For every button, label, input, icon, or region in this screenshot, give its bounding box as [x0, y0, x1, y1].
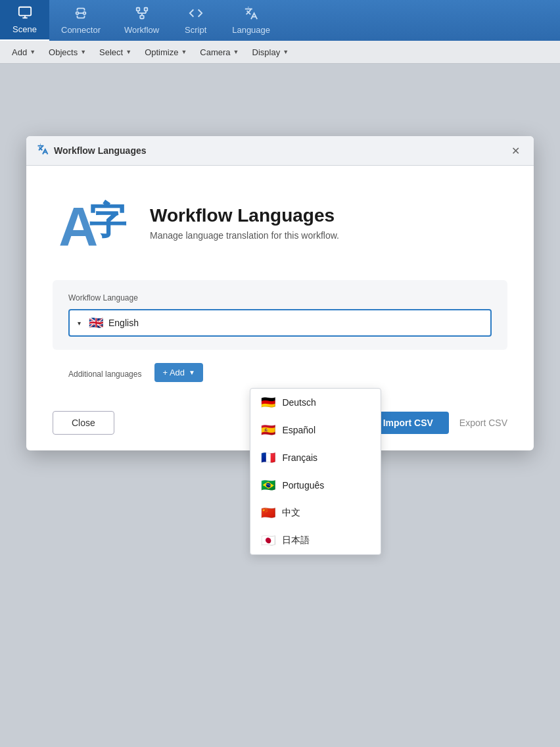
- toolbar-camera[interactable]: Camera ▼: [195, 45, 244, 60]
- toolbar-optimize[interactable]: Optimize ▼: [139, 45, 192, 60]
- svg-rect-6: [136, 8, 139, 11]
- hero-text: Workflow Languages Manage language trans…: [150, 205, 339, 241]
- workflow-icon: [135, 6, 149, 22]
- language-selector[interactable]: ▾ 🇬🇧 English: [68, 309, 492, 337]
- svg-point-3: [76, 12, 79, 14]
- add-language-button[interactable]: + Add ▼: [154, 363, 203, 382]
- hero-section: A 字 Workflow Languages Manage language t…: [53, 185, 507, 260]
- nav-language-label: Language: [232, 25, 270, 35]
- dropdown-item-deutsch[interactable]: 🇩🇪 Deutsch: [250, 389, 381, 416]
- dropdown-item-francais[interactable]: 🇫🇷 Français: [250, 444, 381, 471]
- chinese-label: 中文: [282, 507, 300, 519]
- lang-arrow-icon: ▾: [78, 320, 81, 327]
- toolbar-display-arrow: ▼: [283, 49, 289, 55]
- dropdown-item-chinese[interactable]: 🇨🇳 中文: [250, 499, 381, 527]
- additional-languages-label: Additional languages: [68, 363, 141, 379]
- nav-connector-label: Connector: [61, 25, 101, 35]
- toolbar-camera-label: Camera: [200, 47, 230, 57]
- dialog-header: Workflow Languages ✕: [26, 136, 534, 166]
- hero-icon: A 字: [53, 185, 131, 260]
- dialog-body: A 字 Workflow Languages Manage language t…: [26, 166, 534, 398]
- dialog-close-button[interactable]: ✕: [507, 143, 523, 158]
- toolbar-add-arrow: ▼: [30, 49, 35, 55]
- francais-flag: 🇫🇷: [261, 450, 275, 465]
- dialog-header-left: Workflow Languages: [37, 143, 147, 158]
- nav-language[interactable]: Language: [220, 0, 282, 41]
- workflow-language-label: Workflow Language: [68, 293, 492, 302]
- svg-text:字: 字: [89, 199, 127, 241]
- toolbar-optimize-arrow: ▼: [181, 49, 187, 55]
- footer-right: Import CSV Export CSV: [367, 412, 507, 434]
- add-button-container: + Add ▼ 🇩🇪 Deutsch 🇪🇸 Español: [154, 363, 203, 382]
- workflow-languages-dialog: Workflow Languages ✕ A 字 Workflow Langua…: [26, 136, 534, 450]
- toolbar-objects[interactable]: Objects ▼: [43, 45, 91, 60]
- toolbar-optimize-label: Optimize: [145, 47, 178, 57]
- toolbar-display[interactable]: Display ▼: [247, 45, 294, 60]
- dialog-header-icon: [37, 143, 49, 158]
- add-button-arrow: ▼: [189, 369, 195, 376]
- dropdown-item-portugues[interactable]: 🇧🇷 Português: [250, 471, 381, 499]
- nav-workflow[interactable]: Workflow: [112, 0, 171, 41]
- dialog-title: Workflow Languages: [54, 145, 147, 156]
- toolbar-add-label: Add: [12, 47, 27, 57]
- svg-rect-8: [140, 16, 144, 19]
- hero-title: Workflow Languages: [150, 205, 339, 226]
- espanol-label: Español: [282, 425, 315, 435]
- deutsch-flag: 🇩🇪: [261, 395, 275, 410]
- dropdown-item-japanese[interactable]: 🇯🇵 日本語: [250, 527, 381, 554]
- toolbar-camera-arrow: ▼: [233, 49, 239, 55]
- language-icon: [244, 6, 258, 22]
- selected-language-name: English: [108, 318, 139, 328]
- svg-point-4: [83, 12, 86, 14]
- hero-subtitle: Manage language translation for this wor…: [150, 230, 339, 241]
- additional-languages-row: Additional languages + Add ▼ 🇩🇪 Deutsch: [53, 363, 507, 382]
- nav-script[interactable]: Script: [171, 0, 220, 41]
- toolbar-select-arrow: ▼: [126, 49, 131, 55]
- nav-workflow-label: Workflow: [124, 25, 159, 35]
- script-icon: [189, 6, 203, 22]
- toolbar-display-label: Display: [252, 47, 281, 57]
- japanese-flag: 🇯🇵: [261, 533, 275, 548]
- add-button-label: + Add: [162, 368, 185, 377]
- nav-scene[interactable]: Scene: [0, 0, 49, 41]
- deutsch-label: Deutsch: [282, 397, 315, 408]
- nav-scene-label: Scene: [12, 24, 37, 34]
- chinese-flag: 🇨🇳: [261, 506, 275, 520]
- close-button[interactable]: Close: [53, 411, 114, 435]
- portugues-flag: 🇧🇷: [261, 478, 275, 493]
- workspace: Workflow Languages ✕ A 字 Workflow Langua…: [0, 64, 560, 747]
- toolbar-objects-label: Objects: [49, 47, 78, 57]
- english-flag: 🇬🇧: [89, 316, 103, 330]
- toolbar: Add ▼ Objects ▼ Select ▼ Optimize ▼ Came…: [0, 41, 560, 64]
- workflow-language-section: Workflow Language ▾ 🇬🇧 English: [53, 280, 507, 350]
- export-csv-button[interactable]: Export CSV: [459, 418, 507, 428]
- toolbar-select[interactable]: Select ▼: [94, 45, 137, 60]
- connector-icon: [74, 6, 88, 22]
- portugues-label: Português: [282, 480, 324, 491]
- scene-icon: [18, 5, 32, 22]
- nav-script-label: Script: [185, 25, 206, 35]
- language-dropdown: 🇩🇪 Deutsch 🇪🇸 Español 🇫🇷 Français: [250, 388, 381, 555]
- nav-connector[interactable]: Connector: [49, 0, 112, 41]
- top-navigation: Scene Connector Workflow Script: [0, 0, 560, 41]
- svg-rect-7: [144, 8, 147, 11]
- japanese-label: 日本語: [282, 535, 310, 546]
- dropdown-item-espanol[interactable]: 🇪🇸 Español: [250, 416, 381, 444]
- francais-label: Français: [282, 452, 317, 463]
- svg-rect-0: [18, 7, 30, 16]
- toolbar-add[interactable]: Add ▼: [7, 45, 41, 60]
- espanol-flag: 🇪🇸: [261, 423, 275, 437]
- toolbar-objects-arrow: ▼: [80, 49, 86, 55]
- toolbar-select-label: Select: [99, 47, 123, 57]
